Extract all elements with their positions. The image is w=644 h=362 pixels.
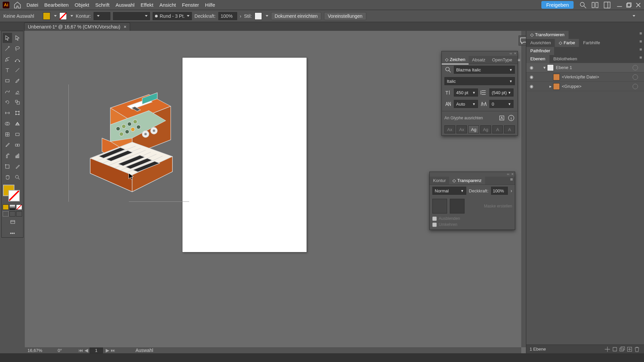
- opacity-arrow-icon[interactable]: ›: [511, 188, 512, 193]
- nav-next-icon[interactable]: ▶: [106, 348, 109, 353]
- tab-close-icon[interactable]: ×: [124, 24, 126, 29]
- menu-effekt[interactable]: Effekt: [138, 0, 156, 10]
- tab-transparenz[interactable]: ◇Transparenz: [449, 177, 485, 184]
- layer-name[interactable]: <Gruppe>: [562, 84, 631, 89]
- selection-tool[interactable]: [3, 33, 12, 43]
- stroke-dropdown-icon[interactable]: [70, 15, 73, 17]
- snap-btn-2[interactable]: Ax: [457, 125, 467, 133]
- target-icon[interactable]: [633, 65, 638, 70]
- workspace-switcher-icon[interactable]: [603, 1, 611, 9]
- make-mask-button[interactable]: Maske erstellen: [467, 202, 512, 210]
- window-close-icon[interactable]: [635, 2, 641, 8]
- artboard-tool[interactable]: [3, 162, 12, 172]
- fill-dropdown-icon[interactable]: [54, 15, 57, 17]
- panel-menu-icon[interactable]: ≡: [516, 57, 522, 63]
- shape-builder-tool[interactable]: [3, 119, 12, 129]
- new-sublayer-icon[interactable]: [619, 346, 626, 353]
- leading-field[interactable]: (540 pt)▼: [489, 88, 514, 97]
- font-size-field[interactable]: 450 pt▼: [454, 88, 478, 97]
- eyedropper-tool[interactable]: [3, 140, 12, 150]
- panel-close-icon[interactable]: ×: [512, 172, 514, 177]
- document-setup-button[interactable]: Dokument einrichten: [271, 12, 321, 20]
- panel-menu-icon[interactable]: ≡: [508, 177, 515, 184]
- snap-btn-3[interactable]: Ag: [468, 125, 479, 133]
- artboard[interactable]: [182, 58, 307, 252]
- panel-close-icon[interactable]: ×: [514, 51, 516, 56]
- search-icon[interactable]: [579, 1, 587, 9]
- document-tab[interactable]: Unbenannt-1* @ 16,67 % (CMYK/Vorschau) ×: [24, 22, 130, 31]
- direct-selection-tool[interactable]: [13, 33, 22, 43]
- rectangle-tool[interactable]: [3, 76, 12, 86]
- layer-row[interactable]: ◉ ▸ <Gruppe>: [526, 82, 644, 91]
- delete-layer-icon[interactable]: [633, 346, 641, 353]
- tab-opentype[interactable]: OpenType: [489, 56, 516, 64]
- artboard-number-field[interactable]: [90, 348, 103, 353]
- screen-mode-icon[interactable]: [3, 217, 23, 227]
- snap-btn-4[interactable]: Ag: [480, 125, 491, 133]
- color-mode-bar[interactable]: [2, 204, 22, 210]
- glyph-info-icon[interactable]: [507, 114, 515, 122]
- menu-datei[interactable]: Datei: [23, 0, 41, 10]
- draw-mode-bar[interactable]: [2, 211, 22, 217]
- visibility-toggle-icon[interactable]: ◉: [528, 65, 535, 70]
- stroke-weight-field[interactable]: [94, 12, 110, 20]
- brush-field[interactable]: [113, 12, 150, 20]
- panel-menu-icon[interactable]: ≡: [637, 47, 644, 55]
- tab-absatz[interactable]: Absatz: [469, 56, 489, 64]
- panel-collapse-icon[interactable]: ‹‹: [509, 51, 512, 56]
- pen-tool[interactable]: [3, 54, 12, 64]
- tab-zeichen[interactable]: ◇Zeichen: [442, 56, 469, 64]
- style-dropdown-icon[interactable]: [266, 15, 268, 17]
- menu-bearbeiten[interactable]: Bearbeiten: [41, 0, 72, 10]
- panel-menu-icon[interactable]: ≡: [637, 55, 644, 63]
- rotation-field[interactable]: 0°: [55, 348, 75, 353]
- menu-hilfe[interactable]: Hilfe: [202, 0, 218, 10]
- make-clipping-mask-icon[interactable]: [611, 346, 619, 353]
- eraser-tool[interactable]: [13, 86, 22, 97]
- kerning-field[interactable]: Auto▼: [454, 100, 478, 108]
- gradient-tool[interactable]: [13, 129, 22, 139]
- fill-stroke-control[interactable]: [2, 185, 22, 203]
- layer-row[interactable]: ◉ <Verknüpfte Datei>: [526, 72, 644, 82]
- fill-swatch[interactable]: [43, 12, 50, 20]
- transparency-thumb[interactable]: [432, 199, 447, 214]
- panel-collapse-icon[interactable]: ‹‹: [507, 172, 509, 177]
- tab-kontur[interactable]: Kontur: [430, 177, 449, 184]
- line-segment-tool[interactable]: [13, 65, 22, 75]
- type-tool[interactable]: [3, 65, 12, 75]
- tracking-field[interactable]: 0▼: [489, 100, 514, 108]
- tab-pathfinder[interactable]: Pathfinder: [526, 47, 554, 55]
- glyph-bounds-icon[interactable]: [498, 114, 505, 122]
- mesh-tool[interactable]: [3, 129, 12, 139]
- edit-toolbar-icon[interactable]: •••: [2, 231, 22, 236]
- zoom-field[interactable]: 16,67%: [25, 348, 55, 353]
- visibility-toggle-icon[interactable]: ◉: [528, 74, 535, 79]
- font-family-field[interactable]: Blazma Italic▼: [454, 66, 515, 74]
- stroke-swatch[interactable]: [59, 12, 67, 20]
- opacity-field[interactable]: 100%: [218, 12, 237, 20]
- essentials-dropdown-icon[interactable]: [633, 15, 635, 17]
- window-restore-icon[interactable]: [626, 2, 632, 8]
- rotate-tool[interactable]: [3, 97, 12, 107]
- home-icon[interactable]: [13, 1, 21, 9]
- tab-transformieren[interactable]: ◇Transformieren: [526, 31, 569, 39]
- style-swatch[interactable]: [255, 12, 262, 20]
- font-search-icon[interactable]: [444, 66, 452, 73]
- snap-btn-1[interactable]: Ax: [444, 125, 455, 133]
- snap-btn-6[interactable]: A: [504, 125, 515, 133]
- nav-prev-icon[interactable]: ◀: [85, 348, 88, 353]
- slice-tool[interactable]: [13, 162, 22, 172]
- tab-farbhilfe[interactable]: Farbhilfe: [579, 39, 604, 47]
- menu-auswahl[interactable]: Auswahl: [112, 0, 138, 10]
- hand-tool[interactable]: [3, 172, 12, 182]
- perspective-grid-tool[interactable]: [13, 119, 22, 129]
- lasso-tool[interactable]: [13, 44, 22, 54]
- width-tool[interactable]: [3, 108, 12, 118]
- locate-layer-icon[interactable]: [604, 346, 611, 353]
- layer-name[interactable]: Ebene 1: [556, 65, 631, 70]
- snap-btn-5[interactable]: A: [492, 125, 503, 133]
- shaper-tool[interactable]: [3, 86, 12, 97]
- expand-toggle-icon[interactable]: ▸: [548, 84, 553, 89]
- blend-mode-field[interactable]: Normal▼: [432, 187, 466, 195]
- column-graph-tool[interactable]: [13, 151, 22, 161]
